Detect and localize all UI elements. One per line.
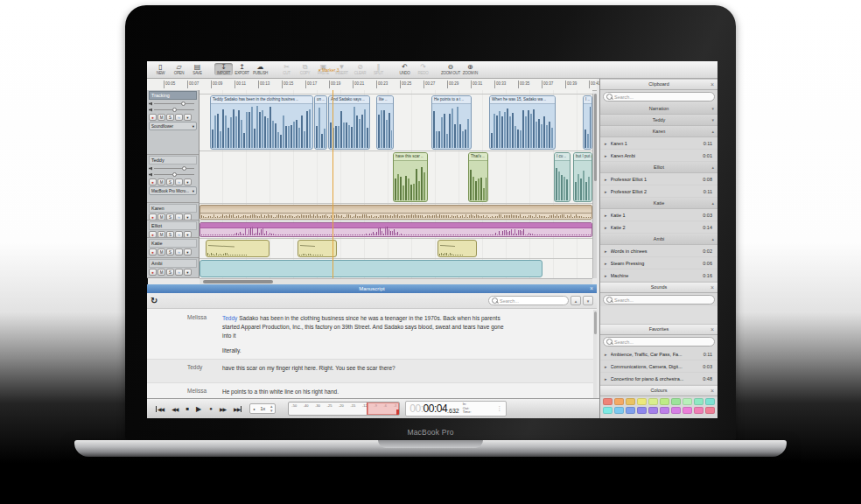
list-item[interactable]: ▸Professor Elliot 20:11	[600, 186, 718, 198]
list-item[interactable]: ▸Katie 10:03	[600, 209, 718, 221]
track-name[interactable]: Karen	[149, 204, 197, 213]
input-device-select[interactable]: MacBook Pro Micro...▾	[149, 186, 197, 195]
solo-button[interactable]: S	[166, 231, 174, 238]
colour-swatch[interactable]	[626, 407, 635, 414]
automation-button[interactable]: ≈	[175, 214, 183, 220]
audio-clip[interactable]: I cu ..	[554, 152, 570, 202]
automation-button[interactable]: ≈	[175, 248, 183, 256]
list-item[interactable]: ▸Karen Ambi0:01	[600, 150, 718, 162]
play-icon[interactable]: ▸	[605, 364, 607, 369]
rewind-button[interactable]: ◀◀	[172, 406, 178, 412]
mute-button[interactable]: M	[158, 269, 165, 276]
speed-stepper[interactable]: ▴▾	[270, 404, 273, 413]
colour-swatch[interactable]	[682, 398, 692, 405]
automation-button[interactable]: ≈	[175, 178, 183, 186]
close-icon[interactable]: ×	[710, 386, 714, 396]
automation-button[interactable]: ≈	[175, 269, 183, 276]
search-input[interactable]: Search...	[603, 295, 715, 304]
panel-header-colours[interactable]: Colours×	[600, 385, 718, 396]
track-menu-button[interactable]: ▾	[184, 269, 192, 276]
audio-clip[interactable]: I ..	[583, 95, 592, 150]
toolbar-export-button[interactable]: ↥EXPORT	[233, 63, 251, 75]
colour-swatch[interactable]	[671, 407, 681, 414]
audio-clip[interactable]: That's ..	[468, 152, 488, 202]
toolbar-zoom-out-button[interactable]: ⊖ZOOM OUT	[440, 63, 461, 75]
track-header-karen[interactable]: Karen●MS≈▾	[147, 203, 199, 220]
close-icon[interactable]: ×	[590, 284, 593, 293]
vol-slider[interactable]	[149, 165, 197, 172]
group-header-katie[interactable]: Katie▴	[600, 198, 718, 209]
list-item[interactable]: ▸Professor Elliot 10:08	[600, 173, 718, 186]
audio-clip[interactable]	[298, 240, 337, 257]
playhead[interactable]	[332, 90, 333, 278]
toolbar-publish-button[interactable]: ☁PUBLISH	[251, 63, 270, 75]
mute-button[interactable]: M	[158, 231, 165, 238]
audio-clip[interactable]	[200, 260, 542, 277]
colour-swatch[interactable]	[603, 398, 612, 405]
mute-button[interactable]: M	[158, 114, 165, 121]
marker-label[interactable]: ▾ Marker 3	[318, 67, 340, 73]
automation-button[interactable]: ≈	[175, 114, 183, 121]
group-header-teddy[interactable]: Teddy▾	[600, 115, 718, 126]
go-end-button[interactable]: ▶▶	[234, 406, 242, 412]
list-item[interactable]: ▸Machine0:16	[600, 270, 718, 282]
colour-swatch[interactable]	[694, 407, 704, 414]
colour-swatch[interactable]	[660, 398, 669, 405]
audio-clip[interactable]	[438, 240, 477, 257]
go-start-button[interactable]: ◀◀	[156, 406, 164, 412]
colour-swatch[interactable]	[614, 407, 624, 414]
record-button[interactable]: ●	[149, 178, 157, 186]
track-header-katie[interactable]: Katie●MS≈▾	[147, 238, 199, 258]
track-name[interactable]: Tracking	[149, 91, 197, 100]
search-next-button[interactable]: ▾	[583, 296, 593, 305]
mute-button[interactable]: M	[158, 214, 165, 220]
toolbar-new-button[interactable]: ▯NEW	[151, 63, 170, 75]
pan-slider[interactable]	[149, 172, 197, 178]
audio-clip[interactable]: Teddy Sadako has been in the clothing bu…	[210, 95, 313, 150]
list-item[interactable]: ▸Ambience, Traffic, Car Pass, Fa...0:11	[600, 348, 718, 360]
record-button[interactable]: ●	[209, 406, 212, 411]
mute-button[interactable]: M	[158, 248, 165, 256]
search-input[interactable]: Search...	[603, 337, 715, 346]
group-header-karen[interactable]: Karen▴	[600, 126, 718, 137]
track-name[interactable]: Katie	[149, 239, 197, 248]
solo-button[interactable]: S	[166, 114, 174, 121]
list-item[interactable]: ▸Karen 10:11	[600, 137, 718, 150]
play-icon[interactable]: ▸	[605, 248, 607, 254]
audio-clip[interactable]	[200, 205, 592, 220]
track-name[interactable]: Teddy	[149, 156, 197, 164]
colour-swatch[interactable]	[637, 407, 647, 414]
mute-button[interactable]: M	[158, 178, 165, 186]
manuscript-search-input[interactable]: Search...	[488, 296, 569, 305]
audio-clip[interactable]: lite ..	[376, 95, 394, 150]
toolbar-save-button[interactable]: ▤SAVE	[188, 63, 206, 75]
colour-swatch[interactable]	[637, 398, 647, 405]
group-header-elliot[interactable]: Elliot▴	[600, 162, 718, 173]
colour-swatch[interactable]	[660, 407, 669, 414]
colour-swatch[interactable]	[614, 398, 624, 405]
manuscript-row[interactable]: MelissaTeddy Sadako has been in the clot…	[147, 310, 593, 360]
timeline-ruler[interactable]: 00:0500:0700:0900:1100:1300:1500:1700:19…	[147, 79, 597, 91]
track-header-elliot[interactable]: Elliot●MS≈▾	[147, 220, 199, 238]
colour-swatch[interactable]	[648, 407, 658, 414]
colour-swatch[interactable]	[648, 398, 658, 405]
manuscript-titlebar[interactable]: Manuscript ×	[147, 284, 597, 293]
track-menu-button[interactable]: ▾	[184, 114, 192, 121]
list-item[interactable]: ▸Words in chinees0:02	[600, 245, 718, 257]
refresh-icon[interactable]: ↻	[150, 296, 158, 306]
group-header-ambi[interactable]: Ambi▴	[600, 234, 718, 245]
track-menu-button[interactable]: ▾	[184, 178, 192, 186]
manuscript-scrollbar[interactable]	[593, 310, 597, 398]
record-button[interactable]: ●	[149, 269, 157, 276]
close-icon[interactable]: ×	[710, 325, 714, 334]
input-device-select[interactable]: Soundflower▾	[149, 122, 197, 130]
colour-swatch[interactable]	[626, 398, 635, 405]
play-icon[interactable]: ▸	[605, 225, 607, 230]
play-button[interactable]: ▶	[196, 405, 200, 413]
track-header-teddy[interactable]: Teddy●MS≈▾MacBook Pro Micro...▾	[147, 155, 199, 203]
play-icon[interactable]: ▸	[605, 177, 607, 182]
colour-swatch[interactable]	[671, 398, 681, 405]
audio-clip[interactable]	[206, 240, 270, 257]
track-menu-button[interactable]: ▾	[184, 231, 192, 238]
solo-button[interactable]: S	[166, 214, 174, 220]
